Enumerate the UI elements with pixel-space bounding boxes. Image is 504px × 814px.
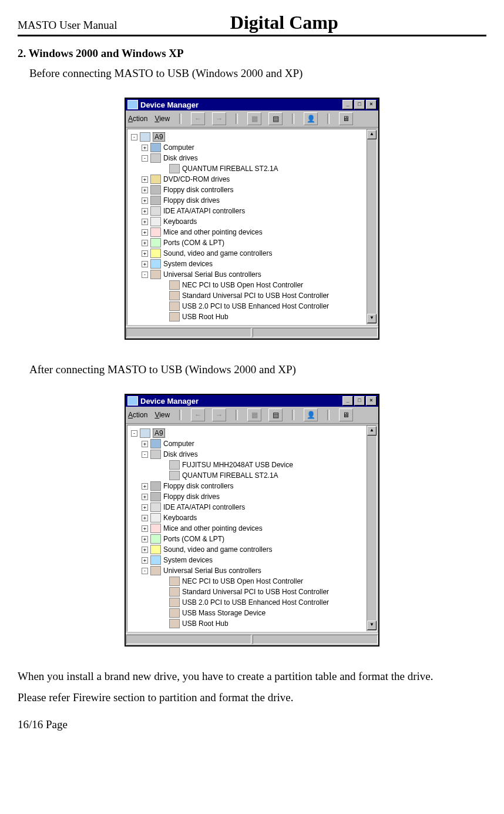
expand-icon[interactable]: +	[142, 525, 148, 532]
tree-item[interactable]: +Sound, video and game controllers	[129, 544, 365, 555]
tree-view[interactable]: -A9+Computer-Disk drivesFUJITSU MHH2048A…	[127, 425, 377, 632]
tree-item[interactable]: USB Mass Storage Device	[129, 608, 365, 618]
expand-icon[interactable]: +	[142, 197, 148, 204]
titlebar[interactable]: Device Manager _ □ ×	[126, 395, 378, 407]
expand-icon[interactable]: +	[142, 536, 148, 542]
tree-item[interactable]: USB Root Hub	[129, 618, 365, 629]
expand-icon[interactable]: +	[142, 483, 148, 490]
tool-btn-2[interactable]: ▤	[268, 112, 283, 125]
tree-item[interactable]: -Disk drives	[129, 449, 365, 460]
tree-item[interactable]: +Floppy disk drives	[129, 491, 365, 502]
minimize-button[interactable]: _	[342, 100, 353, 109]
tree-item[interactable]: +Floppy disk drives	[129, 195, 365, 206]
expand-icon[interactable]: +	[142, 229, 148, 236]
tool-btn-1[interactable]: ▦	[247, 112, 261, 125]
menu-action[interactable]: Action	[128, 411, 147, 419]
expand-icon[interactable]: +	[142, 240, 148, 246]
collapse-icon[interactable]: -	[142, 451, 148, 458]
ide-icon	[150, 503, 161, 512]
tree-item[interactable]: FUJITSU MHH2048AT USB Device	[129, 460, 365, 470]
expand-icon[interactable]: +	[142, 494, 148, 500]
close-button[interactable]: ×	[366, 100, 377, 109]
tree-item[interactable]: +Keyboards	[129, 216, 365, 227]
expand-icon[interactable]: +	[142, 219, 148, 225]
expand-icon[interactable]: +	[142, 187, 148, 193]
status-cell	[126, 328, 251, 337]
collapse-icon[interactable]: -	[142, 272, 148, 278]
expand-icon[interactable]: +	[142, 515, 148, 521]
tree-view[interactable]: -A9+Computer-Disk drivesQUANTUM FIREBALL…	[127, 129, 377, 325]
tree-item[interactable]: +Ports (COM & LPT)	[129, 237, 365, 248]
separator-icon	[327, 113, 330, 124]
tree-item[interactable]: USB 2.0 PCI to USB Enhanced Host Control…	[129, 597, 365, 608]
tree-item[interactable]: +IDE ATA/ATAPI controllers	[129, 206, 365, 216]
tree-item[interactable]: NEC PCI to USB Open Host Controller	[129, 576, 365, 587]
tree-item[interactable]: +IDE ATA/ATAPI controllers	[129, 502, 365, 512]
collapse-icon[interactable]: -	[131, 430, 137, 437]
tree-item[interactable]: +Floppy disk controllers	[129, 185, 365, 195]
tree-root[interactable]: -A9	[129, 132, 365, 142]
expand-icon[interactable]: +	[142, 250, 148, 257]
tree-item[interactable]: +System devices	[129, 555, 365, 565]
back-button[interactable]: ←	[191, 112, 205, 125]
tree-item[interactable]: -Disk drives	[129, 153, 365, 163]
scrollbar[interactable]: ▲ ▼	[367, 426, 377, 631]
tree-item[interactable]: -Universal Serial Bus controllers	[129, 269, 365, 280]
tree-item[interactable]: +System devices	[129, 259, 365, 269]
tool-btn-4[interactable]: 🖥	[339, 408, 353, 421]
tree-item[interactable]: Standard Universal PCI to USB Host Contr…	[129, 290, 365, 301]
tree-connector-icon	[160, 473, 167, 479]
collapse-icon[interactable]: -	[131, 134, 137, 140]
scroll-down-icon[interactable]: ▼	[367, 314, 377, 323]
tree-item[interactable]: NEC PCI to USB Open Host Controller	[129, 280, 365, 290]
tool-btn-4[interactable]: 🖥	[339, 112, 353, 125]
forward-button[interactable]: →	[212, 112, 226, 125]
back-button[interactable]: ←	[191, 408, 205, 421]
tree-item[interactable]: +Mice and other pointing devices	[129, 523, 365, 534]
scroll-up-icon[interactable]: ▲	[367, 130, 377, 139]
sys-icon	[150, 555, 161, 565]
tree-item[interactable]: -Universal Serial Bus controllers	[129, 565, 365, 576]
forward-button[interactable]: →	[212, 408, 226, 421]
expand-icon[interactable]: +	[142, 557, 148, 564]
tool-btn-1[interactable]: ▦	[247, 408, 261, 421]
expand-icon[interactable]: +	[142, 261, 148, 267]
maximize-button[interactable]: □	[354, 100, 365, 109]
tree-item[interactable]: +Mice and other pointing devices	[129, 227, 365, 237]
expand-icon[interactable]: +	[142, 176, 148, 183]
tool-btn-2[interactable]: ▤	[268, 408, 283, 421]
tool-btn-3[interactable]: 👤	[304, 408, 318, 421]
minimize-button[interactable]: _	[342, 396, 353, 406]
tree-item-label: Floppy disk controllers	[163, 482, 233, 490]
maximize-button[interactable]: □	[354, 396, 365, 406]
tree-item[interactable]: Standard Universal PCI to USB Host Contr…	[129, 587, 365, 597]
expand-icon[interactable]: +	[142, 145, 148, 151]
scrollbar[interactable]: ▲ ▼	[367, 129, 377, 324]
tool-btn-3[interactable]: 👤	[304, 112, 318, 125]
menu-view[interactable]: View	[154, 411, 170, 419]
tree-item[interactable]: +Computer	[129, 438, 365, 449]
tree-item[interactable]: +DVD/CD-ROM drives	[129, 174, 365, 185]
tree-item[interactable]: +Keyboards	[129, 512, 365, 523]
tree-item[interactable]: +Computer	[129, 142, 365, 153]
menu-view[interactable]: View	[154, 115, 170, 123]
tree-item[interactable]: +Floppy disk controllers	[129, 481, 365, 491]
close-button[interactable]: ×	[366, 396, 377, 406]
tree-item[interactable]: +Sound, video and game controllers	[129, 248, 365, 259]
collapse-icon[interactable]: -	[142, 155, 148, 162]
scroll-down-icon[interactable]: ▼	[367, 621, 377, 630]
tree-item[interactable]: USB 2.0 PCI to USB Enhanced Host Control…	[129, 301, 365, 311]
tree-item[interactable]: QUANTUM FIREBALL ST2.1A	[129, 163, 365, 174]
expand-icon[interactable]: +	[142, 547, 148, 553]
tree-root[interactable]: -A9	[129, 428, 365, 438]
expand-icon[interactable]: +	[142, 441, 148, 447]
tree-item[interactable]: USB Root Hub	[129, 311, 365, 322]
menu-action[interactable]: Action	[128, 115, 147, 123]
expand-icon[interactable]: +	[142, 208, 148, 215]
collapse-icon[interactable]: -	[142, 568, 148, 574]
tree-item[interactable]: +Ports (COM & LPT)	[129, 534, 365, 544]
titlebar[interactable]: Device Manager _ □ ×	[126, 99, 378, 110]
tree-item[interactable]: QUANTUM FIREBALL ST2.1A	[129, 470, 365, 481]
scroll-up-icon[interactable]: ▲	[367, 426, 377, 436]
expand-icon[interactable]: +	[142, 504, 148, 511]
